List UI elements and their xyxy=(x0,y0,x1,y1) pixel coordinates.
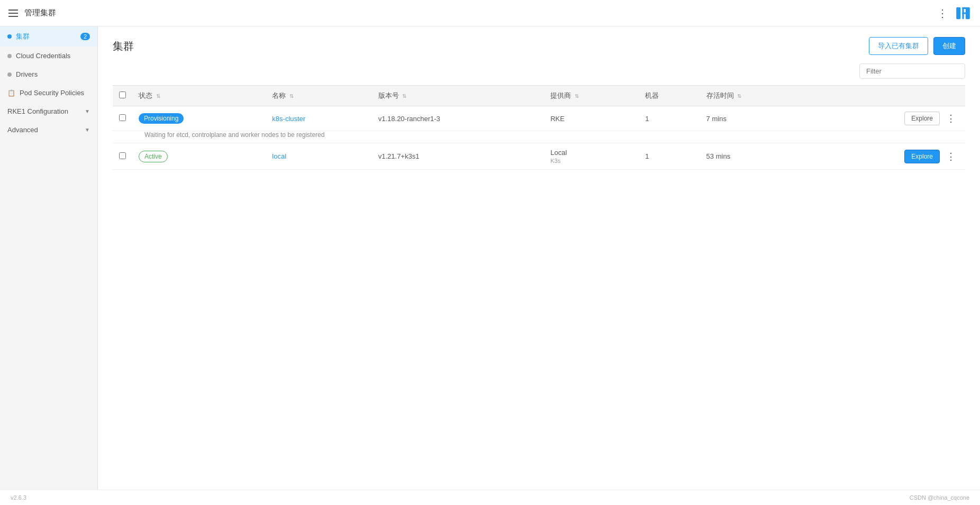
sidebar-section-advanced[interactable]: Advanced ▼ xyxy=(0,121,97,139)
col-header-name: 名称 ⇅ xyxy=(266,86,371,106)
row2-provider-main: Local xyxy=(550,149,632,157)
rke1-chevron-icon: ▼ xyxy=(85,108,90,114)
row1-status: Provisioning xyxy=(132,106,266,131)
col-header-age: 存活时间 ⇅ xyxy=(700,86,811,106)
content-area: 集群 导入已有集群 创建 状态 ⇅ xyxy=(98,26,980,490)
row2-age: 53 mins xyxy=(700,143,811,170)
col-header-provider: 提供商 ⇅ xyxy=(544,86,639,106)
status-badge-active: Active xyxy=(139,151,168,162)
status-badge-provisioning: Provisioning xyxy=(139,113,184,124)
filter-bar xyxy=(98,63,980,85)
table-container: 状态 ⇅ 名称 ⇅ 版本号 ⇅ 提供商 ⇅ xyxy=(98,85,980,170)
cluster-link-k8s[interactable]: k8s-cluster xyxy=(272,115,305,123)
svg-rect-0 xyxy=(956,7,960,19)
row2-status: Active xyxy=(132,143,266,170)
sidebar-item-drivers-label: Drivers xyxy=(16,70,38,78)
sidebar-section-advanced-label: Advanced xyxy=(7,126,38,134)
create-cluster-button[interactable]: 创建 xyxy=(933,37,965,55)
name-sort-icon[interactable]: ⇅ xyxy=(289,93,294,99)
row2-checkbox[interactable] xyxy=(119,152,126,159)
row2-provider: Local K3s xyxy=(544,143,639,170)
version-label: v2.6.3 xyxy=(11,494,26,501)
cloud-credentials-dot-icon xyxy=(7,54,12,58)
svg-rect-3 xyxy=(962,7,966,8)
status-sort-icon[interactable]: ⇅ xyxy=(156,93,160,99)
row1-version: v1.18.20-rancher1-3 xyxy=(372,106,544,131)
topbar-left: 管理集群 xyxy=(8,8,56,18)
header-checkbox-cell xyxy=(113,86,132,106)
topbar-right: ⋮ xyxy=(937,5,972,22)
topbar-more-icon[interactable]: ⋮ xyxy=(937,7,948,20)
col-header-machines: 机器 xyxy=(639,86,700,106)
waiting-row: Waiting for etcd, controlplane and worke… xyxy=(113,131,965,143)
table-header: 状态 ⇅ 名称 ⇅ 版本号 ⇅ 提供商 ⇅ xyxy=(113,86,965,106)
sidebar-item-drivers[interactable]: Drivers xyxy=(0,65,97,84)
row2-version: v1.21.7+k3s1 xyxy=(372,143,544,170)
content-header: 集群 导入已有集群 创建 xyxy=(98,26,980,63)
version-sort-icon[interactable]: ⇅ xyxy=(402,93,406,99)
clusters-dot-icon xyxy=(7,34,12,39)
row1-actions: Explore ⋮ xyxy=(811,106,965,131)
row1-checkbox[interactable] xyxy=(119,114,126,121)
row2-checkbox-cell xyxy=(113,143,132,170)
cluster-link-local[interactable]: local xyxy=(272,152,286,160)
header-actions: 导入已有集群 创建 xyxy=(869,37,965,55)
row1-age: 7 mins xyxy=(700,106,811,131)
table-body: Provisioning k8s-cluster v1.18.20-ranche… xyxy=(113,106,965,170)
explore-button-local[interactable]: Explore xyxy=(904,150,940,163)
sidebar-item-cloud-credentials-label: Cloud Credentials xyxy=(16,52,70,60)
main-layout: 集群 2 Cloud Credentials Drivers 📋 Pod Sec… xyxy=(0,26,980,490)
waiting-text: Waiting for etcd, controlplane and worke… xyxy=(113,131,965,143)
row1-name: k8s-cluster xyxy=(266,106,371,131)
row1-checkbox-cell xyxy=(113,106,132,131)
sidebar-section-rke1-label: RKE1 Configuration xyxy=(7,107,68,115)
clusters-badge: 2 xyxy=(80,33,90,40)
row1-menu-button[interactable]: ⋮ xyxy=(943,112,959,125)
select-all-checkbox[interactable] xyxy=(119,91,126,98)
row1-machines: 1 xyxy=(639,106,700,131)
advanced-chevron-icon: ▼ xyxy=(85,127,90,133)
row2-machines: 1 xyxy=(639,143,700,170)
clusters-table: 状态 ⇅ 名称 ⇅ 版本号 ⇅ 提供商 ⇅ xyxy=(113,85,965,170)
svg-rect-4 xyxy=(962,12,966,14)
age-sort-icon[interactable]: ⇅ xyxy=(737,93,741,99)
sidebar-item-pod-security-policies[interactable]: 📋 Pod Security Policies xyxy=(0,84,97,102)
logo-icon xyxy=(955,5,972,22)
table-row: Active local v1.21.7+k3s1 Local K3s 1 53… xyxy=(113,143,965,170)
import-cluster-button[interactable]: 导入已有集群 xyxy=(869,37,928,55)
col-header-actions xyxy=(811,86,965,106)
drivers-dot-icon xyxy=(7,72,12,77)
row1-action-cell: Explore ⋮ xyxy=(817,112,959,125)
row2-action-cell: Explore ⋮ xyxy=(817,150,959,163)
topbar-title: 管理集群 xyxy=(24,8,56,18)
footer: v2.6.3 CSDN @china_cqcone xyxy=(0,490,980,505)
page-title: 集群 xyxy=(113,39,134,53)
sidebar: 集群 2 Cloud Credentials Drivers 📋 Pod Sec… xyxy=(0,26,98,490)
row2-provider-sub: K3s xyxy=(550,158,632,164)
pod-security-book-icon: 📋 xyxy=(7,89,15,97)
sidebar-section-rke1[interactable]: RKE1 Configuration ▼ xyxy=(0,102,97,121)
row1-provider: RKE xyxy=(544,106,639,131)
row2-name: local xyxy=(266,143,371,170)
table-row: Provisioning k8s-cluster v1.18.20-ranche… xyxy=(113,106,965,131)
row2-actions: Explore ⋮ xyxy=(811,143,965,170)
topbar: 管理集群 ⋮ xyxy=(0,0,980,26)
sidebar-item-clusters[interactable]: 集群 2 xyxy=(0,26,97,47)
sidebar-item-clusters-label: 集群 xyxy=(16,32,30,41)
row2-menu-button[interactable]: ⋮ xyxy=(943,150,959,163)
filter-input[interactable] xyxy=(859,63,965,79)
hamburger-menu[interactable] xyxy=(8,10,18,17)
sidebar-item-pod-security-label: Pod Security Policies xyxy=(20,89,84,97)
credit-label: CSDN @china_cqcone xyxy=(910,494,969,501)
col-header-status: 状态 ⇅ xyxy=(132,86,266,106)
col-header-version: 版本号 ⇅ xyxy=(372,86,544,106)
explore-button-k8s[interactable]: Explore xyxy=(904,112,940,125)
sidebar-item-cloud-credentials[interactable]: Cloud Credentials xyxy=(0,47,97,65)
provider-sort-icon[interactable]: ⇅ xyxy=(575,93,579,99)
